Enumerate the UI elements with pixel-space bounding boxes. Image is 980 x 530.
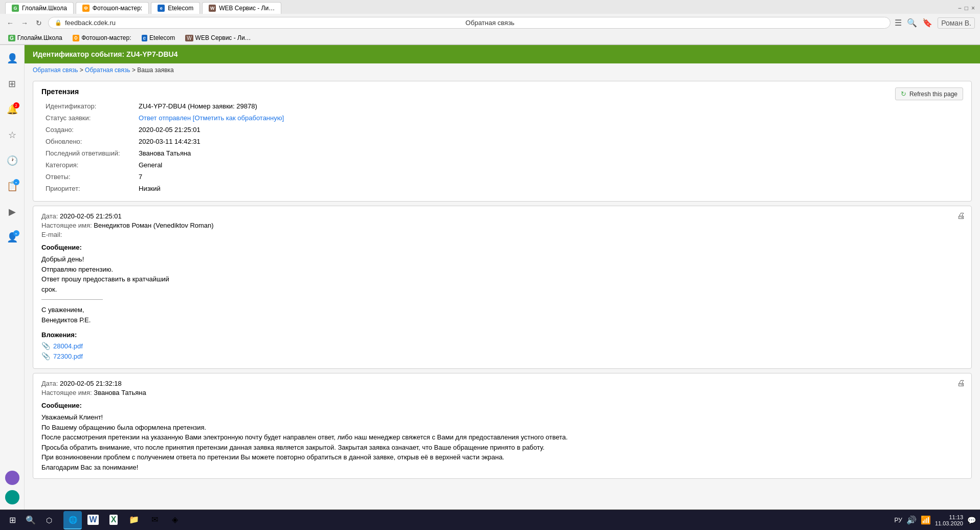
sidebar-profile-icon[interactable]: 👤 •: [4, 229, 20, 246]
taskbar: ⊞ 🔍 ⬡ 🌐 W X 📁 ✉ ◈ РУ 🔊 📶 11:13 11.03.202…: [0, 510, 980, 530]
tab-glolaim[interactable]: G Глолайм.Школа: [5, 2, 74, 14]
msg2-name-label: Настоящее имя:: [41, 389, 92, 396]
taskbar-network[interactable]: 📶: [921, 515, 931, 525]
bookmark-icon-web: W: [185, 35, 193, 41]
category-label: Категория:: [42, 160, 135, 170]
window-close[interactable]: ×: [971, 5, 975, 12]
taskbar-notifications[interactable]: 💬: [967, 516, 976, 524]
msg1-email-label: E-mail:: [41, 231, 62, 238]
print-icon-2[interactable]: 🖨: [957, 379, 965, 388]
msg2-name-value: Званова Татьяна: [94, 389, 146, 396]
taskbar-word-app[interactable]: W: [84, 511, 102, 529]
bookmark-label-web: WEB Сервис - Ли…: [195, 34, 251, 41]
back-button[interactable]: ←: [5, 18, 15, 28]
msg1-name-label: Настоящее имя:: [41, 222, 92, 229]
sidebar-grid-icon[interactable]: ⊞: [4, 76, 20, 92]
page-title-center: Обратная связь: [465, 19, 515, 27]
breadcrumb-link-2[interactable]: Обратная связь: [85, 67, 130, 74]
sidebar-play-icon[interactable]: ▶: [4, 204, 20, 220]
window-maximize[interactable]: □: [965, 5, 968, 12]
page-content: Идентификатор события: ZU4-YP7-DBU4 Обра…: [25, 45, 980, 510]
sidebar-clock-icon[interactable]: 🕐: [4, 152, 20, 169]
address-bar-row: ← → ↻ 🔒 feedback.cdek.ru Обратная связь …: [0, 14, 980, 32]
answers-value: 7: [136, 171, 287, 182]
event-header-text: Идентификатор события: ZU4-YP7-DBU4: [33, 50, 177, 58]
bookmark-web[interactable]: W WEB Сервис - Ли…: [182, 33, 254, 42]
created-value: 2020-02-05 21:25:01: [136, 124, 287, 135]
bookmark-icon-etelecom: e: [142, 35, 148, 41]
browser-action-buttons: ☰ 🔍 🔖 Роман В.: [895, 17, 975, 29]
sidebar-document-icon[interactable]: 📋 •: [4, 178, 20, 194]
msg2-date-value: 2020-02-05 21:32:18: [60, 380, 122, 387]
breadcrumb-separator-1: >: [80, 67, 85, 74]
tab-etelecom[interactable]: e Etelecom: [151, 2, 200, 14]
last-reply-label: Последний ответивший:: [42, 148, 135, 159]
start-button[interactable]: ⊞: [4, 512, 20, 528]
msg1-divider: [41, 299, 103, 300]
user-account[interactable]: Роман В.: [938, 17, 975, 29]
msg1-date-value: 2020-02-05 21:25:01: [60, 212, 122, 220]
taskbar-clock[interactable]: 11:13 11.03.2020: [935, 514, 963, 526]
address-text: feedback.cdek.ru: [65, 19, 116, 27]
taskbar-outlook-app[interactable]: ✉: [145, 511, 164, 529]
msg1-date-row: Дата: 2020-02-05 21:25:01: [41, 212, 963, 220]
tab-icon-web: W: [209, 5, 216, 12]
status-label: Статус заявки:: [42, 113, 135, 123]
priority-label: Приоритет:: [42, 183, 135, 194]
taskbar-date: 11.03.2020: [935, 520, 963, 526]
window-minimize[interactable]: −: [958, 5, 962, 12]
bookmark-glolaim[interactable]: G Глолайм.Школа: [5, 33, 65, 42]
refresh-button[interactable]: ↻: [34, 18, 44, 28]
status-action[interactable]: [Отметить как обработанную]: [193, 114, 284, 122]
taskbar-other-app[interactable]: ◈: [166, 511, 184, 529]
lock-icon: 🔒: [55, 19, 62, 26]
msg1-body-title: Сообщение:: [41, 244, 963, 251]
msg1-email-row: E-mail:: [41, 231, 963, 238]
taskbar-explorer-app[interactable]: 📁: [125, 511, 143, 529]
msg1-attachments: Вложения: 📎 28004.pdf 📎 72300.pdf: [41, 331, 963, 360]
taskbar-search[interactable]: 🔍: [23, 512, 39, 528]
sidebar-bell-icon[interactable]: 🔔 2: [4, 101, 20, 118]
sidebar-purple-app[interactable]: [5, 471, 19, 485]
taskbar-volume[interactable]: 🔊: [906, 515, 917, 525]
last-reply-row: Последний ответивший: Званова Татьяна: [42, 148, 287, 159]
tab-web[interactable]: W WEB Сервис - Ли…: [202, 2, 281, 14]
taskbar-browser-app[interactable]: 🌐: [63, 511, 82, 529]
category-value: General: [136, 160, 287, 170]
breadcrumb-link-1[interactable]: Обратная связь: [33, 67, 78, 74]
attachment-link-2[interactable]: 72300.pdf: [53, 352, 83, 360]
tab-photoshop[interactable]: Ф Фотошоп-мастер:: [76, 2, 149, 14]
bookmark-icon-photoshop: Ф: [73, 35, 80, 41]
bookmark-icon[interactable]: 🔖: [922, 18, 932, 28]
sidebar-teal-app[interactable]: [5, 490, 19, 504]
identifier-row: Идентификатор: ZU4-YP7-DBU4 (Номер заявк…: [42, 101, 287, 112]
tab-icon-glolaim: G: [12, 5, 19, 12]
bookmark-etelecom[interactable]: e Etelecom: [139, 33, 179, 42]
search-icon[interactable]: 🔍: [907, 18, 917, 28]
forward-button[interactable]: →: [19, 18, 30, 28]
menu-icon[interactable]: ☰: [895, 18, 902, 28]
taskbar-apps: 🌐 W X 📁 ✉ ◈: [63, 511, 184, 529]
updated-row: Обновлено: 2020-03-11 14:42:31: [42, 136, 287, 147]
taskbar-excel-app[interactable]: X: [104, 511, 123, 529]
refresh-page-button[interactable]: ↻ Refresh this page: [895, 87, 963, 100]
msg1-date-label: Дата:: [41, 212, 58, 220]
sidebar-star-icon[interactable]: ☆: [4, 127, 20, 143]
profile-badge: •: [13, 230, 19, 236]
tab-icon-photoshop: Ф: [82, 5, 90, 12]
attachment-1: 📎 28004.pdf: [41, 342, 963, 350]
status-value[interactable]: Ответ отправлен: [139, 114, 191, 122]
print-icon-1[interactable]: 🖨: [957, 211, 965, 220]
message-card-2: 🖨 Дата: 2020-02-05 21:32:18 Настоящее им…: [33, 373, 972, 479]
taskbar-cortana[interactable]: ⬡: [41, 512, 57, 528]
msg2-body-title: Сообщение:: [41, 402, 963, 409]
tab-icon-etelecom: e: [158, 5, 165, 12]
attachment-link-1[interactable]: 28004.pdf: [53, 342, 83, 350]
msg1-signature: С уважением, Венедиктов Р.Е.: [41, 305, 963, 325]
browser-chrome: G Глолайм.Школа Ф Фотошоп-мастер: e Etel…: [0, 0, 980, 45]
bookmark-photoshop[interactable]: Ф Фотошоп-мастер:: [70, 33, 135, 42]
sidebar-user-icon[interactable]: 👤: [4, 50, 20, 67]
msg2-date-label: Дата:: [41, 380, 58, 387]
ticket-info-section: Претензия Идентификатор: ZU4-YP7-DBU4 (Н…: [41, 87, 288, 195]
bookmark-label-etelecom: Etelecom: [149, 34, 175, 41]
